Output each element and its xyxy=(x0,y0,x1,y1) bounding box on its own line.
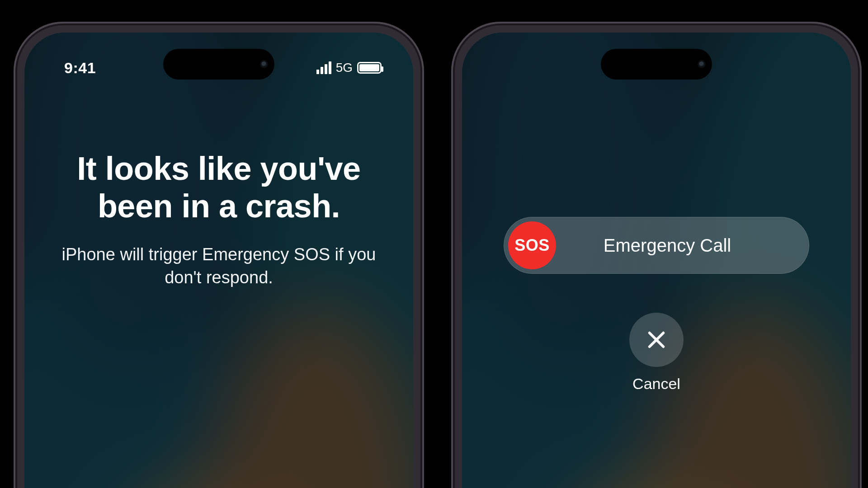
cancel-group: Cancel xyxy=(462,313,851,393)
emergency-call-label: Emergency Call xyxy=(556,235,809,256)
status-time: 9:41 xyxy=(64,59,96,77)
dynamic-island xyxy=(601,49,712,80)
iphone-right: SOS Emergency Call Cancel xyxy=(451,22,862,488)
front-camera-icon xyxy=(698,60,706,68)
cancel-label: Cancel xyxy=(632,375,680,393)
sos-knob-label: SOS xyxy=(514,236,550,255)
screen-left: 9:41 5G It looks like you've been in a c… xyxy=(24,33,413,488)
emergency-call-slider[interactable]: SOS Emergency Call xyxy=(504,217,809,274)
battery-icon xyxy=(357,62,382,74)
stage: 9:41 5G It looks like you've been in a c… xyxy=(0,0,868,488)
close-icon xyxy=(646,329,667,350)
status-right-cluster: 5G xyxy=(316,61,382,75)
screen-right: SOS Emergency Call Cancel xyxy=(462,33,851,488)
crash-subtitle: iPhone will trigger Emergency SOS if you… xyxy=(52,243,386,290)
crash-title: It looks like you've been in a crash. xyxy=(52,150,386,225)
cancel-button[interactable] xyxy=(629,313,684,367)
status-bar: 9:41 5G xyxy=(24,54,413,81)
iphone-left: 9:41 5G It looks like you've been in a c… xyxy=(14,22,424,488)
sos-knob[interactable]: SOS xyxy=(508,221,556,269)
crash-detection-copy: It looks like you've been in a crash. iP… xyxy=(52,150,386,289)
network-type-label: 5G xyxy=(336,61,353,75)
cellular-signal-icon xyxy=(316,61,331,74)
